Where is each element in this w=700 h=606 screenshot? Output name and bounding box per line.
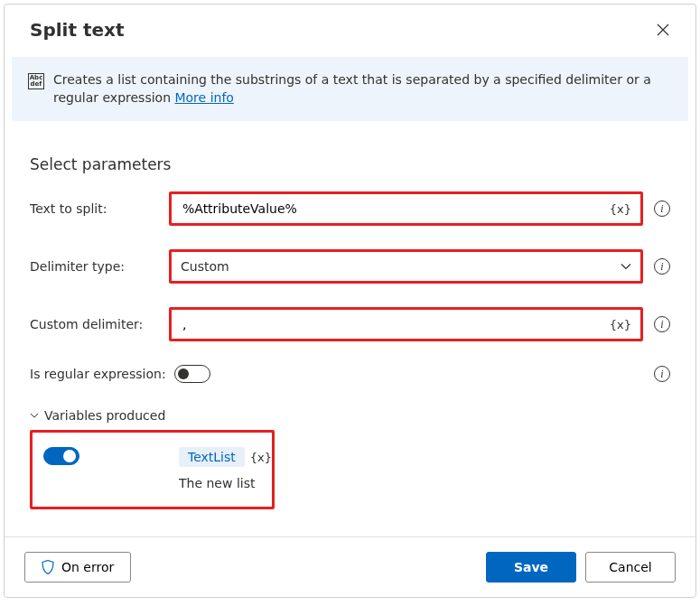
dialog-title: Split text	[30, 19, 125, 41]
close-button[interactable]	[649, 15, 677, 44]
info-icon[interactable]	[654, 316, 670, 332]
on-error-button[interactable]: On error	[24, 552, 131, 583]
variable-picker-icon[interactable]: {x}	[610, 318, 631, 331]
split-text-dialog: Split text Abcdef Creates a list contain…	[4, 4, 696, 598]
save-button[interactable]: Save	[486, 552, 576, 583]
text-to-split-label: Text to split:	[30, 201, 169, 216]
variable-name[interactable]: TextList	[179, 447, 245, 467]
delimiter-type-value: Custom	[181, 259, 229, 274]
variables-produced-toggle[interactable]: Variables produced	[30, 408, 670, 423]
description-text: Creates a list containing the substrings…	[53, 71, 672, 107]
close-icon	[657, 23, 669, 36]
variables-produced-label: Variables produced	[44, 408, 165, 423]
dialog-header: Split text	[5, 5, 695, 53]
variable-picker-icon[interactable]: {x}	[250, 451, 272, 464]
info-icon[interactable]	[654, 366, 670, 382]
delimiter-type-select[interactable]: Custom	[172, 252, 640, 281]
info-icon[interactable]	[654, 258, 670, 275]
param-text-to-split: Text to split: {x}	[30, 191, 670, 226]
is-regex-control	[174, 365, 643, 383]
dialog-body: Select parameters Text to split: {x} Del…	[5, 130, 695, 536]
custom-delimiter-label: Custom delimiter:	[30, 317, 169, 331]
text-to-split-field[interactable]: {x}	[169, 191, 643, 226]
text-to-split-input[interactable]	[181, 200, 610, 217]
is-regex-toggle[interactable]	[174, 365, 210, 383]
description-banner: Abcdef Creates a list containing the sub…	[12, 57, 688, 121]
chevron-down-icon	[621, 261, 631, 272]
text-action-icon: Abcdef	[28, 73, 44, 89]
variable-picker-icon[interactable]: {x}	[610, 202, 631, 216]
delimiter-type-label: Delimiter type:	[30, 259, 169, 274]
is-regex-label: Is regular expression:	[30, 367, 174, 381]
param-delimiter-type: Delimiter type: Custom	[30, 249, 670, 284]
more-info-link[interactable]: More info	[174, 90, 233, 105]
chevron-down-icon	[30, 411, 39, 420]
variable-enabled-toggle[interactable]	[43, 447, 79, 465]
dialog-footer: On error Save Cancel	[5, 536, 695, 597]
info-icon[interactable]	[654, 200, 670, 217]
param-custom-delimiter: Custom delimiter: {x}	[30, 307, 670, 341]
cancel-button[interactable]: Cancel	[585, 552, 676, 583]
variables-produced-block: TextList {x} The new list	[30, 430, 275, 509]
delimiter-type-field[interactable]: Custom	[169, 249, 643, 284]
param-is-regex: Is regular expression:	[30, 365, 670, 383]
select-parameters-heading: Select parameters	[30, 155, 670, 173]
variable-description: The new list	[179, 476, 272, 490]
shield-icon	[42, 560, 54, 574]
custom-delimiter-field[interactable]: {x}	[169, 307, 643, 341]
custom-delimiter-input[interactable]	[181, 316, 610, 332]
